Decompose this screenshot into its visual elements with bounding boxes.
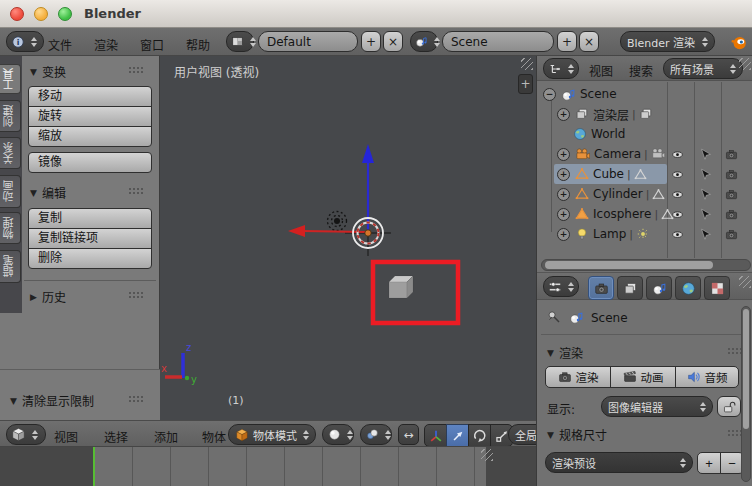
rotate-manipulator-button[interactable] [468, 424, 491, 447]
menu-object[interactable]: 物体 [196, 425, 232, 447]
duplicate-button[interactable]: 复制 [28, 208, 152, 229]
menu-outliner-view[interactable]: 视图 [583, 59, 619, 82]
menu-render[interactable]: 渲染 [88, 33, 124, 56]
add-preset-button[interactable]: + [697, 452, 721, 474]
visibility-eye-icon[interactable] [671, 168, 684, 181]
resize-grip[interactable] [739, 276, 751, 288]
selectable-cursor-icon[interactable] [698, 148, 711, 161]
expand-icon[interactable]: + [557, 108, 570, 121]
shelf-tab-tools[interactable]: 工具 [0, 64, 21, 94]
outliner-row-cube[interactable]: + Cube | [537, 164, 752, 184]
expand-icon[interactable]: + [557, 228, 570, 241]
maximize-window-button[interactable] [58, 7, 72, 21]
selectable-cursor-icon[interactable] [698, 188, 711, 201]
menu-help[interactable]: 帮助 [180, 33, 216, 56]
scene-browse-button[interactable] [410, 31, 438, 52]
menu-add[interactable]: 添加 [148, 425, 184, 447]
outliner-row-world[interactable]: World [537, 124, 752, 144]
outliner-row-cylinder[interactable]: + Cylinder | [537, 184, 752, 204]
menu-view[interactable]: 视图 [48, 425, 84, 447]
menu-outliner-search[interactable]: 搜索 [623, 59, 659, 82]
outliner-row-scene[interactable]: − Scene [537, 84, 752, 104]
editor-type-selector-3dview[interactable] [6, 424, 46, 445]
selectable-cursor-icon[interactable] [698, 168, 711, 181]
display-method-dropdown[interactable]: 图像编辑器 [601, 396, 713, 417]
render-presets-dropdown[interactable]: 渲染预设 [545, 452, 693, 473]
visibility-eye-icon[interactable] [671, 228, 684, 241]
panel-drag-dots-icon[interactable] [727, 429, 742, 437]
pin-icon[interactable] [547, 310, 562, 325]
screen-layout-name-field[interactable]: Default [258, 31, 358, 52]
render-audio-button[interactable]: 音频 [675, 366, 739, 388]
minimize-window-button[interactable] [34, 7, 48, 21]
resize-grip[interactable] [481, 449, 493, 461]
lamp-object[interactable] [328, 212, 347, 231]
collapse-icon[interactable]: − [543, 88, 556, 101]
screen-layout-browse-button[interactable] [226, 31, 254, 52]
expand-icon[interactable]: + [557, 208, 570, 221]
renderable-camera-icon[interactable] [725, 208, 738, 221]
outliner-row-camera[interactable]: + Camera | [537, 144, 752, 164]
panel-header-history[interactable]: ▶ 历史 [30, 288, 66, 305]
shelf-tab-create[interactable]: 创建 [0, 100, 21, 132]
render-still-button[interactable]: 渲染 [545, 366, 611, 388]
lock-interface-button[interactable] [717, 396, 741, 417]
panel-header-transform[interactable]: ▼ 变换 [30, 63, 66, 80]
visibility-eye-icon[interactable] [671, 208, 684, 221]
shelf-tab-greasepencil[interactable]: 蜡笔 [0, 250, 21, 283]
selectable-cursor-icon[interactable] [698, 228, 711, 241]
expand-icon[interactable]: + [557, 148, 570, 161]
resize-grip[interactable] [739, 58, 751, 70]
panel-header-operator[interactable]: ▼ 清除显示限制 [10, 392, 94, 409]
renderable-camera-icon[interactable] [725, 148, 738, 161]
close-window-button[interactable] [10, 7, 24, 21]
outliner-display-filter-dropdown[interactable]: 所有场景 [663, 58, 743, 79]
scale-button[interactable]: 缩放 [28, 126, 152, 147]
editor-type-selector-info[interactable] [6, 31, 44, 52]
tab-scene[interactable] [646, 276, 672, 300]
viewport-shading-dropdown[interactable] [322, 424, 354, 445]
outliner-row-icosphere[interactable]: + Icosphere | [537, 204, 752, 224]
menu-file[interactable]: 文件 [42, 33, 78, 56]
tab-render[interactable] [588, 276, 614, 300]
panel-drag-dots-icon[interactable] [128, 291, 143, 299]
add-screen-layout-button[interactable]: + [361, 31, 381, 52]
mode-dropdown[interactable]: 物体模式 [228, 424, 316, 445]
add-scene-button[interactable]: + [557, 31, 577, 52]
duplicate-linked-button[interactable]: 复制链接项 [28, 228, 152, 249]
tab-world[interactable] [675, 276, 701, 300]
expand-icon[interactable]: + [557, 188, 570, 201]
shelf-tab-animation[interactable]: 动画 [0, 175, 21, 208]
translate-manipulator-button[interactable] [446, 424, 469, 447]
renderable-camera-icon[interactable] [725, 228, 738, 241]
tab-texture[interactable] [704, 276, 730, 300]
panel-header-edit[interactable]: ▼ 编辑 [30, 184, 66, 201]
panel-drag-dots-icon[interactable] [128, 187, 143, 195]
shelf-tab-physics[interactable]: 物理 [0, 212, 21, 244]
cube-object[interactable] [389, 276, 413, 298]
shelf-tab-relations[interactable]: 关系 [0, 137, 21, 169]
renderable-camera-icon[interactable] [725, 168, 738, 181]
panel-header-render[interactable]: ▼ 渲染 [547, 344, 583, 361]
selectable-cursor-icon[interactable] [698, 208, 711, 221]
outliner-row-renderlayers[interactable]: + 渲染层 | [537, 104, 752, 124]
editor-type-selector-properties[interactable] [543, 276, 579, 297]
panel-drag-dots-icon[interactable] [128, 66, 143, 74]
visibility-eye-icon[interactable] [671, 148, 684, 161]
render-animation-button[interactable]: 动画 [610, 366, 676, 388]
expand-icon[interactable]: + [557, 168, 570, 181]
renderable-camera-icon[interactable] [725, 188, 738, 201]
delete-screen-layout-button[interactable]: × [383, 31, 403, 52]
menu-select[interactable]: 选择 [98, 425, 134, 447]
panel-drag-dots-icon[interactable] [128, 395, 143, 403]
timeline[interactable] [0, 447, 536, 486]
3d-viewport[interactable]: 用户视图 (透视) + (1) [160, 56, 536, 420]
scene-name-field[interactable]: Scene [442, 31, 554, 52]
menu-window[interactable]: 窗口 [134, 33, 170, 56]
rotate-button[interactable]: 旋转 [28, 106, 152, 127]
delete-button[interactable]: 删除 [28, 248, 152, 269]
pivot-point-dropdown[interactable] [360, 424, 392, 445]
timeline-playhead[interactable] [93, 447, 95, 486]
horizontal-scrollbar-thumb[interactable] [545, 261, 713, 269]
render-engine-dropdown[interactable]: Blender 渲染 [620, 31, 715, 52]
